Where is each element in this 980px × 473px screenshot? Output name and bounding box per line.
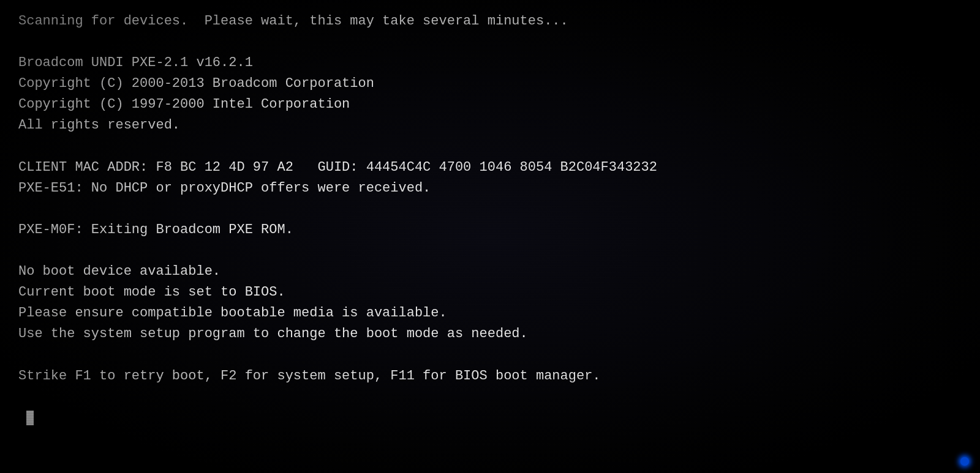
terminal-line: Scanning for devices. Please wait, this … (18, 11, 956, 32)
terminal-cursor (26, 411, 34, 425)
terminal-line: CLIENT MAC ADDR: F8 BC 12 4D 97 A2 GUID:… (18, 157, 956, 178)
blank-line (18, 387, 956, 408)
power-indicator (960, 457, 969, 466)
terminal-line: Broadcom UNDI PXE-2.1 v16.2.1 (18, 53, 956, 73)
terminal-output: Scanning for devices. Please wait, this … (18, 11, 956, 428)
blank-line (18, 240, 956, 261)
terminal-line: Please ensure compatible bootable media … (18, 303, 956, 324)
terminal-line: Use the system setup program to change t… (18, 324, 956, 345)
terminal-line: All rights reserved. (18, 115, 956, 136)
terminal-line: Copyright (C) 1997-2000 Intel Corporatio… (18, 94, 956, 115)
terminal-line: PXE-M0F: Exiting Broadcom PXE ROM. (18, 220, 956, 240)
terminal-line: Copyright (C) 2000-2013 Broadcom Corpora… (18, 73, 956, 94)
terminal-line: No boot device available. (18, 261, 956, 282)
blank-line (18, 136, 956, 157)
terminal-line: Current boot mode is set to BIOS. (18, 282, 956, 303)
terminal-line: Strike F1 to retry boot, F2 for system s… (18, 366, 956, 387)
bios-screen: Scanning for devices. Please wait, this … (0, 0, 980, 473)
terminal-line: PXE-E51: No DHCP or proxyDHCP offers wer… (18, 178, 956, 199)
cursor-line (18, 408, 956, 428)
blank-line (18, 199, 956, 220)
blank-line (18, 32, 956, 53)
blank-line (18, 345, 956, 366)
